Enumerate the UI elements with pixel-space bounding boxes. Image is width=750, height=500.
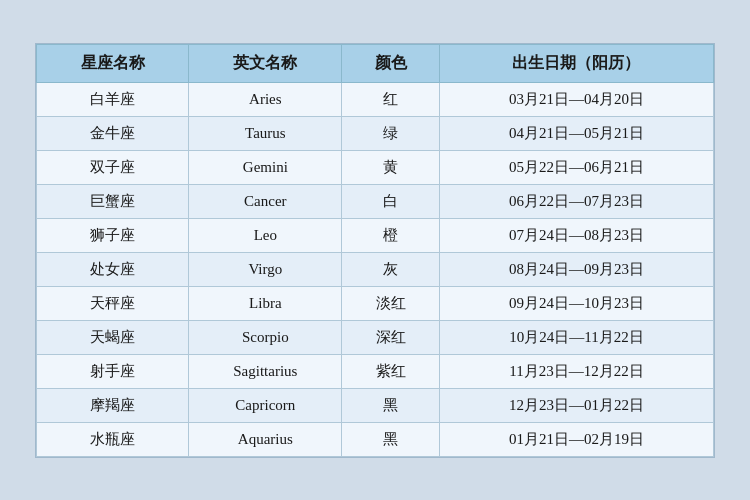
cell-chinese-name: 处女座 [37, 252, 189, 286]
cell-dates: 07月24日—08月23日 [439, 218, 713, 252]
cell-english-name: Scorpio [189, 320, 342, 354]
cell-dates: 10月24日—11月22日 [439, 320, 713, 354]
header-chinese-name: 星座名称 [37, 44, 189, 82]
table-row: 白羊座Aries红03月21日—04月20日 [37, 82, 714, 116]
cell-dates: 11月23日—12月22日 [439, 354, 713, 388]
table-row: 天秤座Libra淡红09月24日—10月23日 [37, 286, 714, 320]
cell-english-name: Virgo [189, 252, 342, 286]
cell-english-name: Capricorn [189, 388, 342, 422]
table-row: 金牛座Taurus绿04月21日—05月21日 [37, 116, 714, 150]
cell-english-name: Libra [189, 286, 342, 320]
cell-chinese-name: 金牛座 [37, 116, 189, 150]
table-body: 白羊座Aries红03月21日—04月20日金牛座Taurus绿04月21日—0… [37, 82, 714, 456]
header-dates: 出生日期（阳历） [439, 44, 713, 82]
cell-color: 紫红 [342, 354, 440, 388]
cell-chinese-name: 狮子座 [37, 218, 189, 252]
cell-dates: 12月23日—01月22日 [439, 388, 713, 422]
cell-chinese-name: 天蝎座 [37, 320, 189, 354]
table-header-row: 星座名称 英文名称 颜色 出生日期（阳历） [37, 44, 714, 82]
cell-dates: 09月24日—10月23日 [439, 286, 713, 320]
cell-chinese-name: 白羊座 [37, 82, 189, 116]
cell-color: 淡红 [342, 286, 440, 320]
cell-chinese-name: 天秤座 [37, 286, 189, 320]
header-color: 颜色 [342, 44, 440, 82]
cell-dates: 04月21日—05月21日 [439, 116, 713, 150]
cell-chinese-name: 水瓶座 [37, 422, 189, 456]
cell-color: 灰 [342, 252, 440, 286]
cell-color: 白 [342, 184, 440, 218]
cell-color: 黑 [342, 422, 440, 456]
cell-chinese-name: 巨蟹座 [37, 184, 189, 218]
table-row: 水瓶座Aquarius黑01月21日—02月19日 [37, 422, 714, 456]
table-row: 双子座Gemini黄05月22日—06月21日 [37, 150, 714, 184]
cell-color: 黑 [342, 388, 440, 422]
table-row: 天蝎座Scorpio深红10月24日—11月22日 [37, 320, 714, 354]
cell-chinese-name: 射手座 [37, 354, 189, 388]
cell-english-name: Sagittarius [189, 354, 342, 388]
cell-color: 深红 [342, 320, 440, 354]
cell-dates: 01月21日—02月19日 [439, 422, 713, 456]
zodiac-table: 星座名称 英文名称 颜色 出生日期（阳历） 白羊座Aries红03月21日—04… [36, 44, 714, 457]
table-row: 摩羯座Capricorn黑12月23日—01月22日 [37, 388, 714, 422]
cell-dates: 08月24日—09月23日 [439, 252, 713, 286]
table-row: 狮子座Leo橙07月24日—08月23日 [37, 218, 714, 252]
cell-dates: 03月21日—04月20日 [439, 82, 713, 116]
cell-color: 红 [342, 82, 440, 116]
cell-english-name: Leo [189, 218, 342, 252]
cell-chinese-name: 摩羯座 [37, 388, 189, 422]
cell-color: 橙 [342, 218, 440, 252]
cell-english-name: Gemini [189, 150, 342, 184]
cell-english-name: Aquarius [189, 422, 342, 456]
cell-dates: 05月22日—06月21日 [439, 150, 713, 184]
cell-chinese-name: 双子座 [37, 150, 189, 184]
cell-color: 黄 [342, 150, 440, 184]
cell-english-name: Aries [189, 82, 342, 116]
zodiac-table-container: 星座名称 英文名称 颜色 出生日期（阳历） 白羊座Aries红03月21日—04… [35, 43, 715, 458]
cell-english-name: Cancer [189, 184, 342, 218]
cell-english-name: Taurus [189, 116, 342, 150]
table-row: 处女座Virgo灰08月24日—09月23日 [37, 252, 714, 286]
header-english-name: 英文名称 [189, 44, 342, 82]
cell-dates: 06月22日—07月23日 [439, 184, 713, 218]
table-row: 巨蟹座Cancer白06月22日—07月23日 [37, 184, 714, 218]
cell-color: 绿 [342, 116, 440, 150]
table-row: 射手座Sagittarius紫红11月23日—12月22日 [37, 354, 714, 388]
